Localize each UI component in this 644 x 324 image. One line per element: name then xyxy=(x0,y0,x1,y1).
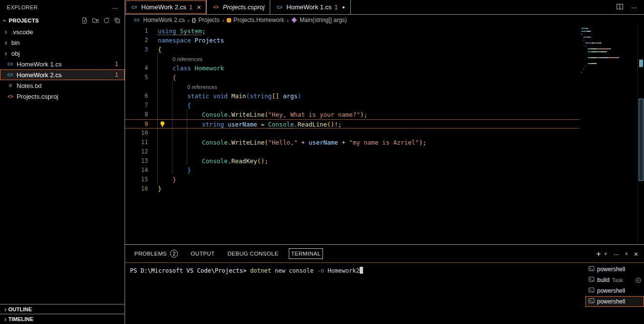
close-panel-icon[interactable]: × xyxy=(634,250,638,258)
more-actions-icon[interactable]: ··· xyxy=(631,3,637,11)
chevron-right-icon: › xyxy=(3,50,9,57)
codelens-references[interactable]: 0 references xyxy=(187,84,217,90)
terminal-list-item-powershell-2[interactable]: powershell xyxy=(585,285,644,296)
file-label: bin xyxy=(11,39,20,46)
more-actions-icon[interactable]: ··· xyxy=(613,250,619,258)
line-content: namespace Projects xyxy=(158,36,224,45)
cs-file-icon: C# xyxy=(276,5,283,10)
code-line: 16} xyxy=(125,184,580,194)
minimap-line xyxy=(581,71,636,74)
line-number: 3 xyxy=(125,45,158,54)
panel-tab-bar: PROBLEMS2OUTPUTDEBUG CONSOLETERMINAL +∨·… xyxy=(125,245,644,262)
code-line: 15 } xyxy=(125,175,580,184)
terminal-tabs-list: powershellbuildTaskpowershellpowershell xyxy=(585,263,644,324)
collapse-folders-icon[interactable] xyxy=(114,17,121,24)
line-content: 0 references xyxy=(158,82,217,91)
file-label: .vscode xyxy=(11,28,33,36)
line-number: 11 xyxy=(125,138,158,147)
breadcrumb-projects-homework[interactable]: Projects.Homework xyxy=(227,17,284,23)
line-number: 5 xyxy=(125,73,158,82)
code-content[interactable]: 1using System;2namespace Projects3{0 ref… xyxy=(125,26,580,194)
maximize-panel-icon[interactable]: ∧ xyxy=(625,252,628,256)
terminal-icon xyxy=(588,287,595,295)
line-content: Console.WriteLine("Hello," + userName + … xyxy=(158,138,426,147)
line-number xyxy=(125,82,158,91)
split-editor-icon[interactable] xyxy=(616,3,623,12)
explorer-item-obj[interactable]: ›obj xyxy=(0,48,125,59)
task-exit-icon[interactable] xyxy=(635,277,642,283)
new-folder-icon[interactable] xyxy=(92,17,99,24)
breadcrumb-projects[interactable]: {}Projects xyxy=(192,17,219,23)
code-line: 13 Console.ReadKey(); xyxy=(125,156,580,166)
explorer-more-actions-icon[interactable]: ··· xyxy=(112,3,118,12)
breadcrumb-main-string-args[interactable]: Main(string[] args) xyxy=(291,17,347,23)
codelens-references[interactable]: 0 references xyxy=(172,56,202,62)
line-number: 10 xyxy=(125,129,158,138)
tab-bar: C#HomeWork 2.cs1×<>Projects.csprojC#Home… xyxy=(125,0,644,15)
code-line: 2namespace Projects xyxy=(125,36,580,45)
explorer-item-bin[interactable]: ›bin xyxy=(0,37,125,48)
code-line: 1using System; xyxy=(125,26,580,36)
tab-homework-2-cs[interactable]: C#HomeWork 2.cs1× xyxy=(125,0,207,14)
panel-tab-output[interactable]: OUTPUT xyxy=(191,251,215,257)
editor-scrollbar[interactable] xyxy=(637,25,644,244)
sidebar-section-outline[interactable]: ›OUTLINE xyxy=(0,304,125,314)
line-number: 7 xyxy=(125,101,158,110)
terminal-label: build xyxy=(597,277,609,283)
breadcrumb-homework-2-cs[interactable]: C#HomeWork 2.cs xyxy=(133,17,185,23)
terminal-list-item-powershell-0[interactable]: powershell xyxy=(585,264,644,275)
code-line: 9 string userName = Console.ReadLine()!; xyxy=(125,119,580,129)
terminal-task-suffix: Task xyxy=(612,277,623,283)
new-terminal-icon[interactable]: + xyxy=(596,250,601,258)
section-label: OUTLINE xyxy=(8,306,32,312)
namespace-symbol-icon: {} xyxy=(192,17,196,23)
line-number: 4 xyxy=(125,64,158,73)
sidebar-header: EXPLORER ··· xyxy=(0,0,125,15)
code-line: 4 class Homework xyxy=(125,64,580,73)
panel-tab-problems[interactable]: PROBLEMS2 xyxy=(134,250,178,258)
terminal-list-item-build-1[interactable]: buildTask xyxy=(585,275,644,285)
panel-tab-debug-console[interactable]: DEBUG CONSOLE xyxy=(227,251,278,257)
csproj-file-icon: <> xyxy=(6,94,14,99)
minimap[interactable] xyxy=(581,27,636,74)
tab-homework-1-cs[interactable]: C#HomeWork 1.cs1● xyxy=(270,0,350,14)
terminal-icon xyxy=(588,265,595,273)
explorer-item-homework-1-cs[interactable]: C#HomeWork 1.cs1 xyxy=(0,59,125,69)
explorer-section-header[interactable]: › PROJECTS xyxy=(0,15,125,26)
sidebar-section-timeline[interactable]: ›TIMELINE xyxy=(0,314,125,324)
scrollbar-thumb[interactable] xyxy=(639,99,644,181)
terminal[interactable]: PS D:\Microsoft VS Code\Projects> dotnet… xyxy=(125,263,585,324)
line-number: 8 xyxy=(125,110,158,119)
new-file-icon[interactable] xyxy=(81,17,88,24)
code-line: 12 xyxy=(125,147,580,156)
method-symbol-icon xyxy=(291,17,297,22)
line-content: class Homework xyxy=(158,64,224,73)
explorer-section-actions xyxy=(81,17,121,24)
code-editor[interactable]: 1using System;2namespace Projects3{0 ref… xyxy=(125,25,644,244)
line-number: 6 xyxy=(125,91,158,101)
tab-close-icon[interactable]: × xyxy=(197,3,201,11)
txt-file-icon: ≡ xyxy=(6,82,14,89)
class-symbol-icon xyxy=(227,18,231,22)
file-label: obj xyxy=(11,50,20,57)
problems-count-badge: 2 xyxy=(170,250,178,258)
tab-problem-badge: 1 xyxy=(335,4,338,11)
vscode-window: EXPLORER ··· › PROJECTS ›.vscode›bin›obj… xyxy=(0,0,644,324)
explorer-item-projects-csproj[interactable]: <>Projects.csproj xyxy=(0,91,125,102)
explorer-item-vscode[interactable]: ›.vscode xyxy=(0,26,125,37)
terminal-command-line[interactable]: PS D:\Microsoft VS Code\Projects> dotnet… xyxy=(130,267,585,274)
launch-profile-chevron-icon[interactable]: ∨ xyxy=(604,252,607,256)
tab-projects-csproj[interactable]: <>Projects.csproj xyxy=(207,0,270,14)
chevron-right-icon: › xyxy=(3,28,9,35)
explorer-item-homework-2-cs[interactable]: C#HomeWork 2.cs1 xyxy=(0,69,125,80)
panel-tab-terminal[interactable]: TERMINAL xyxy=(291,251,321,257)
explorer-item-notes-txt[interactable]: ≡Notes.txt xyxy=(0,80,125,91)
chevron-down-icon: › xyxy=(1,18,8,23)
terminal-cursor xyxy=(360,267,363,274)
editor-actions: ··· xyxy=(609,0,644,14)
refresh-explorer-icon[interactable] xyxy=(103,17,110,24)
lightbulb-icon[interactable] xyxy=(159,121,166,129)
terminal-list-item-powershell-3[interactable]: powershell xyxy=(585,296,644,307)
codelens-row: 0 references xyxy=(125,82,580,91)
tab-dirty-indicator: ● xyxy=(342,5,344,10)
